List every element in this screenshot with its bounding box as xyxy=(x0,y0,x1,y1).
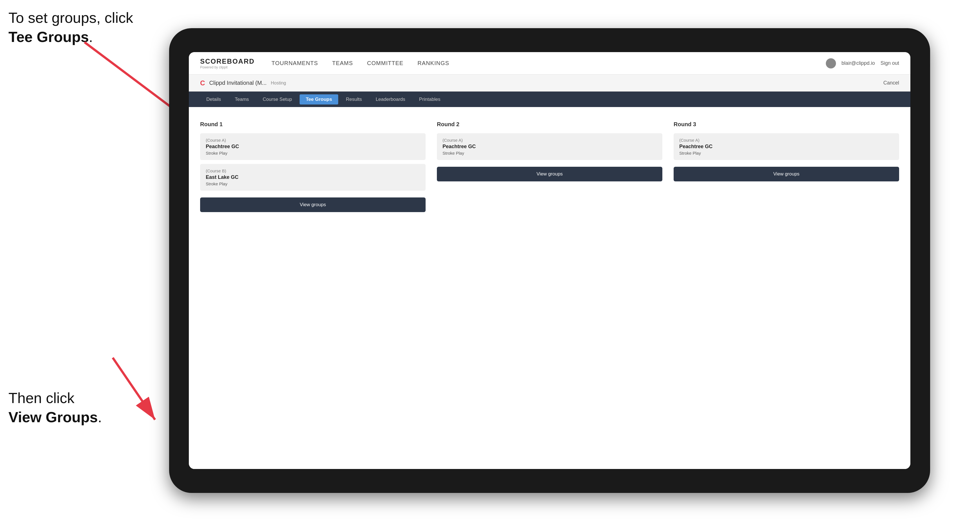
round-3-view-groups-button[interactable]: View groups xyxy=(674,167,899,181)
top-nav: SCOREBOARD Powered by clippit TOURNAMENT… xyxy=(189,52,910,75)
round-1-view-groups-button[interactable]: View groups xyxy=(200,197,426,212)
round-3-column: Round 3 (Course A) Peachtree GC Stroke P… xyxy=(674,121,899,212)
hosting-badge: Hosting xyxy=(271,81,286,86)
svg-line-3 xyxy=(113,358,155,420)
round-2-course-a-type: Stroke Play xyxy=(442,151,657,156)
user-email: blair@clippd.io xyxy=(842,60,875,66)
tournament-title: Clippd Invitational (M... xyxy=(209,80,266,86)
round-1-course-b-name: East Lake GC xyxy=(206,175,420,180)
sign-out-link[interactable]: Sign out xyxy=(880,60,899,66)
logo-sub: Powered by clippit xyxy=(200,65,255,69)
round-1-title: Round 1 xyxy=(200,121,426,128)
tab-results[interactable]: Results xyxy=(340,94,368,105)
round-3-course-a-label: (Course A) xyxy=(679,138,894,143)
tournament-logo-c: C xyxy=(200,79,205,87)
nav-rankings[interactable]: RANKINGS xyxy=(417,60,449,67)
instruction-top: To set groups, click Tee Groups. xyxy=(8,8,133,46)
tournament-bar: C Clippd Invitational (M... Hosting Canc… xyxy=(189,75,910,92)
tab-course-setup[interactable]: Course Setup xyxy=(256,94,298,105)
nav-teams[interactable]: TEAMS xyxy=(332,60,353,67)
nav-committee[interactable]: COMMITTEE xyxy=(367,60,403,67)
round-3-title: Round 3 xyxy=(674,121,899,128)
tab-details[interactable]: Details xyxy=(200,94,227,105)
tab-teams[interactable]: Teams xyxy=(229,94,255,105)
tab-leaderboards[interactable]: Leaderboards xyxy=(369,94,412,105)
rounds-container: Round 1 (Course A) Peachtree GC Stroke P… xyxy=(200,121,899,212)
round-1-course-b-label: (Course B) xyxy=(206,168,420,173)
tablet-screen: SCOREBOARD Powered by clippit TOURNAMENT… xyxy=(189,52,910,469)
round-2-title: Round 2 xyxy=(437,121,662,128)
round-1-course-a-card: (Course A) Peachtree GC Stroke Play xyxy=(200,133,426,160)
tab-printables[interactable]: Printables xyxy=(413,94,447,105)
sub-nav: Details Teams Course Setup Tee Groups Re… xyxy=(189,92,910,107)
round-1-course-a-type: Stroke Play xyxy=(206,151,420,156)
round-2-course-a-card: (Course A) Peachtree GC Stroke Play xyxy=(437,133,662,160)
tournament-name-area: C Clippd Invitational (M... Hosting xyxy=(200,79,286,87)
instruction-bottom: Then click View Groups. xyxy=(8,389,102,427)
round-1-column: Round 1 (Course A) Peachtree GC Stroke P… xyxy=(200,121,426,212)
nav-tournaments[interactable]: TOURNAMENTS xyxy=(271,60,318,67)
tab-tee-groups[interactable]: Tee Groups xyxy=(300,94,338,105)
round-1-course-b-type: Stroke Play xyxy=(206,181,420,186)
round-3-course-a-type: Stroke Play xyxy=(679,151,894,156)
round-3-course-a-card: (Course A) Peachtree GC Stroke Play xyxy=(674,133,899,160)
logo-text: SCOREBOARD xyxy=(200,57,255,65)
round-2-view-groups-button[interactable]: View groups xyxy=(437,167,662,181)
user-avatar xyxy=(826,58,836,68)
tablet-device: SCOREBOARD Powered by clippit TOURNAMENT… xyxy=(169,28,930,493)
round-3-course-a-name: Peachtree GC xyxy=(679,144,894,149)
nav-links: TOURNAMENTS TEAMS COMMITTEE RANKINGS xyxy=(271,60,826,67)
round-2-course-a-label: (Course A) xyxy=(442,138,657,143)
round-2-column: Round 2 (Course A) Peachtree GC Stroke P… xyxy=(437,121,662,212)
round-1-course-a-label: (Course A) xyxy=(206,138,420,143)
main-content: Round 1 (Course A) Peachtree GC Stroke P… xyxy=(189,107,910,469)
round-1-course-a-name: Peachtree GC xyxy=(206,144,420,149)
round-1-course-b-card: (Course B) East Lake GC Stroke Play xyxy=(200,164,426,191)
cancel-button[interactable]: Cancel xyxy=(883,80,899,86)
nav-right: blair@clippd.io Sign out xyxy=(826,58,899,68)
round-2-course-a-name: Peachtree GC xyxy=(442,144,657,149)
logo-area: SCOREBOARD Powered by clippit xyxy=(200,57,255,69)
